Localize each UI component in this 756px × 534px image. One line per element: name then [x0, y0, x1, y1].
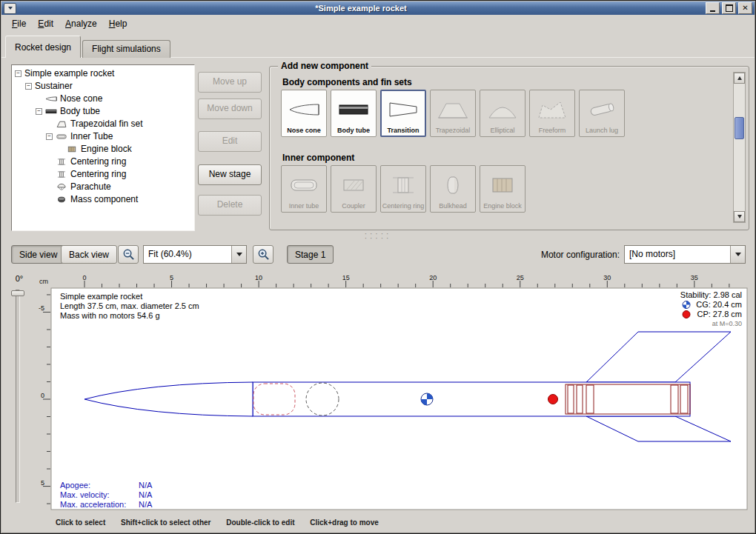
motor-configuration-value: [No motors]	[625, 246, 730, 263]
menu-help[interactable]: Help	[103, 16, 133, 31]
add-transition-button[interactable]: Transition	[380, 90, 426, 137]
tree-item-inner-tube[interactable]: −Inner Tube	[12, 130, 194, 143]
body-tube-icon	[45, 107, 57, 116]
component-panel-scrollbar[interactable]	[733, 72, 746, 223]
scroll-up-button[interactable]	[734, 73, 745, 84]
tree-item-label: Centering ring	[70, 156, 126, 168]
nose-cone-icon	[288, 93, 320, 127]
svg-text:30: 30	[603, 274, 611, 281]
statusbar: Click to select Shift+click to select ot…	[1, 513, 755, 533]
svg-text:0: 0	[41, 392, 44, 399]
edit-button: Edit	[198, 131, 262, 152]
tree-collapse-icon[interactable]: −	[46, 133, 53, 140]
tree-item-mass-component[interactable]: Mass component	[12, 193, 194, 206]
side-view-button[interactable]: Side view	[11, 245, 65, 264]
close-button[interactable]: ✕	[738, 2, 752, 14]
transition-icon	[387, 93, 420, 127]
inner-components-row: Inner tubeCouplerCentering ringBulkheadE…	[281, 165, 525, 213]
component-button-label: Inner tube	[289, 202, 319, 210]
hint-click-to-select: Click to select	[56, 518, 105, 527]
tree-collapse-icon[interactable]: −	[25, 83, 32, 90]
tree-item-body-tube[interactable]: −Body tube	[12, 105, 194, 118]
svg-text:25: 25	[517, 274, 524, 281]
tree-item-parachute[interactable]: Parachute	[12, 181, 194, 193]
body-components-section-label: Body components and fin sets	[282, 77, 412, 87]
scroll-down-button[interactable]	[734, 211, 745, 222]
component-button-label: Bulkhead	[439, 202, 467, 210]
tree-item-engine-block[interactable]: Engine block	[12, 143, 194, 156]
tree-item-centering-ring[interactable]: Centering ring	[12, 168, 194, 181]
horizontal-ruler: 05101520253035	[82, 274, 729, 287]
centering-ring-icon	[56, 170, 67, 178]
stage-1-toggle-button[interactable]: Stage 1	[287, 245, 334, 264]
hint-click-drag: Click+drag to move	[310, 518, 379, 527]
rotation-slider[interactable]	[16, 290, 20, 503]
add-engine-block-button: Engine block	[480, 165, 525, 213]
zoom-level-value: Fit (60.4%)	[144, 246, 231, 263]
ruler-unit-label: cm	[39, 278, 48, 285]
rocket-mass-text: Mass with no motors 54.6 g	[60, 311, 160, 320]
menubar: File Edit Analyze Help	[1, 15, 755, 33]
new-stage-button[interactable]: New stage	[198, 164, 262, 185]
tree-item-trapezoidal-fin-set[interactable]: Trapezoidal fin set	[12, 118, 194, 130]
tree-item-label: Sustainer	[35, 80, 73, 93]
maximize-button[interactable]	[722, 2, 736, 14]
component-button-label: Body tube	[337, 127, 370, 134]
parachute-icon	[56, 183, 67, 191]
add-body-tube-button[interactable]: Body tube	[331, 90, 377, 137]
titlebar[interactable]: *Simple example rocket ✕	[1, 1, 755, 15]
motor-configuration-combo[interactable]: [No motors]	[624, 245, 746, 264]
motor-combo-dropdown-button[interactable]	[730, 246, 745, 263]
zoom-out-button[interactable]	[118, 245, 139, 264]
minimize-button[interactable]	[706, 2, 720, 14]
maximize-icon	[726, 4, 733, 12]
tab-rocket-design[interactable]: Rocket design	[5, 36, 81, 58]
tree-item-nose-cone[interactable]: Nose cone	[12, 93, 194, 105]
menu-analyze[interactable]: Analyze	[59, 16, 103, 31]
rocket-length-text: Length 37.5 cm, max. diameter 2.5 cm	[60, 301, 199, 310]
elliptical-fin-icon	[486, 93, 519, 127]
tab-flight-simulations[interactable]: Flight simulations	[82, 40, 170, 58]
tree-item-label: Engine block	[81, 143, 132, 156]
tree-collapse-icon[interactable]: −	[36, 108, 42, 115]
svg-text:-5: -5	[39, 304, 44, 312]
back-view-button[interactable]: Back view	[61, 245, 117, 264]
scrollbar-thumb[interactable]	[735, 117, 744, 139]
tree-item-simple-example-rocket[interactable]: −Simple example rocket	[12, 67, 194, 80]
cg-marker[interactable]	[421, 393, 433, 405]
cp-marker-icon	[683, 311, 690, 318]
nose-cone-icon	[45, 95, 57, 103]
menu-file[interactable]: File	[6, 16, 32, 31]
component-button-label: Freeform	[539, 127, 566, 134]
tree-item-label: Body tube	[60, 105, 100, 118]
max-acceleration-value: N/A	[139, 500, 153, 509]
move-down-button: Move down	[198, 99, 262, 119]
add-nose-cone-button[interactable]: Nose cone	[281, 90, 327, 137]
inner-component-section-label: Inner component	[282, 153, 354, 163]
split-pane-divider[interactable]: ····· ·····	[1, 230, 755, 242]
inner-tube-icon	[56, 133, 67, 141]
svg-text:10: 10	[255, 274, 262, 281]
component-button-label: Centering ring	[382, 202, 425, 210]
zoom-in-button[interactable]	[253, 245, 273, 264]
zoom-combo-dropdown-button[interactable]	[231, 246, 246, 263]
window-menu-icon[interactable]	[4, 3, 16, 14]
rotation-slider-handle[interactable]	[11, 290, 24, 296]
tree-item-sustainer[interactable]: −Sustainer	[12, 80, 194, 93]
component-tree[interactable]: −Simple example rocket−SustainerNose con…	[11, 64, 195, 231]
delete-button: Delete	[198, 195, 262, 216]
max-acceleration-label: Max. acceleration:	[60, 500, 126, 509]
vertical-ruler: -505	[39, 295, 50, 504]
tree-collapse-icon[interactable]: −	[15, 70, 21, 77]
hint-shift-click: Shift+click to select other	[121, 518, 210, 527]
svg-text:15: 15	[342, 274, 350, 281]
cg-marker-icon	[683, 301, 690, 309]
window-title: *Simple example rocket	[19, 4, 703, 13]
tree-item-centering-ring[interactable]: Centering ring	[12, 156, 194, 168]
component-button-label: Trapezoidal	[436, 127, 471, 134]
cg-value-text: CG: 20.4 cm	[696, 300, 742, 309]
cp-marker[interactable]	[548, 395, 558, 404]
zoom-level-combo[interactable]: Fit (60.4%)	[143, 245, 247, 264]
menu-edit[interactable]: Edit	[32, 16, 59, 31]
rocket-body-tube[interactable]	[253, 382, 690, 416]
